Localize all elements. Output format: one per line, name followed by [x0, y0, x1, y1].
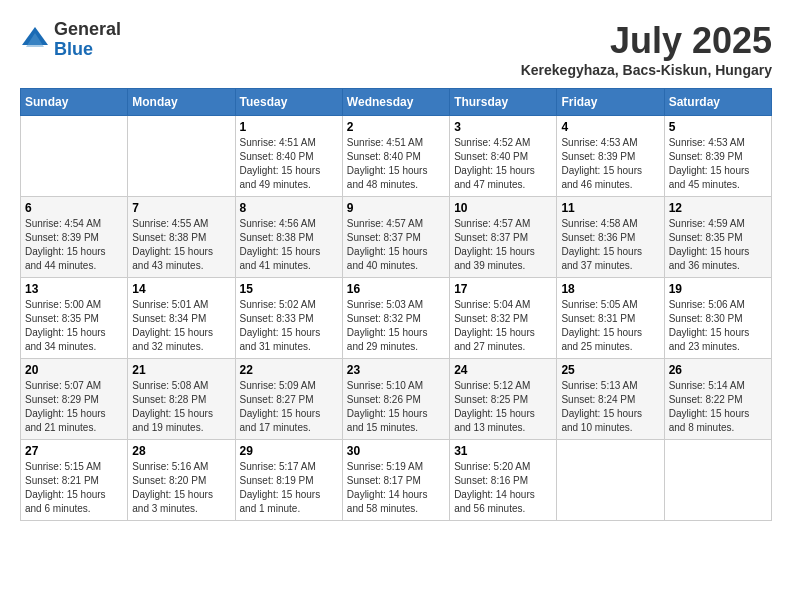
- calendar-cell: 22 Sunrise: 5:09 AMSunset: 8:27 PMDaylig…: [235, 359, 342, 440]
- day-number: 31: [454, 444, 552, 458]
- day-info: Sunrise: 4:54 AMSunset: 8:39 PMDaylight:…: [25, 217, 123, 273]
- day-info: Sunrise: 5:13 AMSunset: 8:24 PMDaylight:…: [561, 379, 659, 435]
- day-number: 1: [240, 120, 338, 134]
- week-row-2: 6 Sunrise: 4:54 AMSunset: 8:39 PMDayligh…: [21, 197, 772, 278]
- calendar-cell: [664, 440, 771, 521]
- calendar-cell: 6 Sunrise: 4:54 AMSunset: 8:39 PMDayligh…: [21, 197, 128, 278]
- day-number: 7: [132, 201, 230, 215]
- day-number: 10: [454, 201, 552, 215]
- calendar-cell: 14 Sunrise: 5:01 AMSunset: 8:34 PMDaylig…: [128, 278, 235, 359]
- page-header: General Blue July 2025 Kerekegyhaza, Bac…: [20, 20, 772, 78]
- day-header-tuesday: Tuesday: [235, 89, 342, 116]
- day-number: 24: [454, 363, 552, 377]
- day-number: 14: [132, 282, 230, 296]
- calendar-cell: [128, 116, 235, 197]
- calendar-cell: 7 Sunrise: 4:55 AMSunset: 8:38 PMDayligh…: [128, 197, 235, 278]
- day-number: 19: [669, 282, 767, 296]
- day-info: Sunrise: 5:05 AMSunset: 8:31 PMDaylight:…: [561, 298, 659, 354]
- day-number: 4: [561, 120, 659, 134]
- calendar-cell: 23 Sunrise: 5:10 AMSunset: 8:26 PMDaylig…: [342, 359, 449, 440]
- day-info: Sunrise: 4:51 AMSunset: 8:40 PMDaylight:…: [240, 136, 338, 192]
- day-header-monday: Monday: [128, 89, 235, 116]
- day-info: Sunrise: 5:08 AMSunset: 8:28 PMDaylight:…: [132, 379, 230, 435]
- calendar-body: 1 Sunrise: 4:51 AMSunset: 8:40 PMDayligh…: [21, 116, 772, 521]
- logo-blue-text: Blue: [54, 40, 121, 60]
- day-info: Sunrise: 4:53 AMSunset: 8:39 PMDaylight:…: [561, 136, 659, 192]
- day-info: Sunrise: 5:01 AMSunset: 8:34 PMDaylight:…: [132, 298, 230, 354]
- title-block: July 2025 Kerekegyhaza, Bacs-Kiskun, Hun…: [521, 20, 772, 78]
- calendar-cell: 15 Sunrise: 5:02 AMSunset: 8:33 PMDaylig…: [235, 278, 342, 359]
- day-info: Sunrise: 5:07 AMSunset: 8:29 PMDaylight:…: [25, 379, 123, 435]
- calendar-cell: 11 Sunrise: 4:58 AMSunset: 8:36 PMDaylig…: [557, 197, 664, 278]
- month-title: July 2025: [521, 20, 772, 62]
- day-info: Sunrise: 5:06 AMSunset: 8:30 PMDaylight:…: [669, 298, 767, 354]
- day-info: Sunrise: 4:57 AMSunset: 8:37 PMDaylight:…: [454, 217, 552, 273]
- calendar-cell: 25 Sunrise: 5:13 AMSunset: 8:24 PMDaylig…: [557, 359, 664, 440]
- day-info: Sunrise: 4:59 AMSunset: 8:35 PMDaylight:…: [669, 217, 767, 273]
- day-header-saturday: Saturday: [664, 89, 771, 116]
- day-info: Sunrise: 4:52 AMSunset: 8:40 PMDaylight:…: [454, 136, 552, 192]
- day-info: Sunrise: 5:16 AMSunset: 8:20 PMDaylight:…: [132, 460, 230, 516]
- week-row-3: 13 Sunrise: 5:00 AMSunset: 8:35 PMDaylig…: [21, 278, 772, 359]
- day-number: 23: [347, 363, 445, 377]
- calendar-cell: 30 Sunrise: 5:19 AMSunset: 8:17 PMDaylig…: [342, 440, 449, 521]
- day-number: 18: [561, 282, 659, 296]
- calendar-cell: 3 Sunrise: 4:52 AMSunset: 8:40 PMDayligh…: [450, 116, 557, 197]
- week-row-5: 27 Sunrise: 5:15 AMSunset: 8:21 PMDaylig…: [21, 440, 772, 521]
- calendar-cell: 21 Sunrise: 5:08 AMSunset: 8:28 PMDaylig…: [128, 359, 235, 440]
- calendar-cell: 29 Sunrise: 5:17 AMSunset: 8:19 PMDaylig…: [235, 440, 342, 521]
- day-info: Sunrise: 4:56 AMSunset: 8:38 PMDaylight:…: [240, 217, 338, 273]
- day-info: Sunrise: 5:03 AMSunset: 8:32 PMDaylight:…: [347, 298, 445, 354]
- calendar-cell: 26 Sunrise: 5:14 AMSunset: 8:22 PMDaylig…: [664, 359, 771, 440]
- day-number: 8: [240, 201, 338, 215]
- day-number: 20: [25, 363, 123, 377]
- day-number: 3: [454, 120, 552, 134]
- logo: General Blue: [20, 20, 121, 60]
- day-number: 11: [561, 201, 659, 215]
- day-number: 12: [669, 201, 767, 215]
- day-number: 5: [669, 120, 767, 134]
- day-info: Sunrise: 4:58 AMSunset: 8:36 PMDaylight:…: [561, 217, 659, 273]
- calendar-cell: 2 Sunrise: 4:51 AMSunset: 8:40 PMDayligh…: [342, 116, 449, 197]
- calendar-cell: 19 Sunrise: 5:06 AMSunset: 8:30 PMDaylig…: [664, 278, 771, 359]
- calendar-cell: 4 Sunrise: 4:53 AMSunset: 8:39 PMDayligh…: [557, 116, 664, 197]
- day-info: Sunrise: 5:00 AMSunset: 8:35 PMDaylight:…: [25, 298, 123, 354]
- day-number: 22: [240, 363, 338, 377]
- day-number: 15: [240, 282, 338, 296]
- day-number: 17: [454, 282, 552, 296]
- calendar-cell: 16 Sunrise: 5:03 AMSunset: 8:32 PMDaylig…: [342, 278, 449, 359]
- day-number: 6: [25, 201, 123, 215]
- day-number: 2: [347, 120, 445, 134]
- calendar-table: SundayMondayTuesdayWednesdayThursdayFrid…: [20, 88, 772, 521]
- calendar-cell: 9 Sunrise: 4:57 AMSunset: 8:37 PMDayligh…: [342, 197, 449, 278]
- calendar-cell: 28 Sunrise: 5:16 AMSunset: 8:20 PMDaylig…: [128, 440, 235, 521]
- logo-icon: [20, 25, 50, 55]
- location: Kerekegyhaza, Bacs-Kiskun, Hungary: [521, 62, 772, 78]
- day-info: Sunrise: 5:17 AMSunset: 8:19 PMDaylight:…: [240, 460, 338, 516]
- calendar-cell: 24 Sunrise: 5:12 AMSunset: 8:25 PMDaylig…: [450, 359, 557, 440]
- calendar-header: SundayMondayTuesdayWednesdayThursdayFrid…: [21, 89, 772, 116]
- day-header-sunday: Sunday: [21, 89, 128, 116]
- calendar-cell: 17 Sunrise: 5:04 AMSunset: 8:32 PMDaylig…: [450, 278, 557, 359]
- day-number: 16: [347, 282, 445, 296]
- calendar-cell: [21, 116, 128, 197]
- day-number: 30: [347, 444, 445, 458]
- logo-text: General Blue: [54, 20, 121, 60]
- calendar-cell: 5 Sunrise: 4:53 AMSunset: 8:39 PMDayligh…: [664, 116, 771, 197]
- calendar-cell: 13 Sunrise: 5:00 AMSunset: 8:35 PMDaylig…: [21, 278, 128, 359]
- day-number: 29: [240, 444, 338, 458]
- day-header-thursday: Thursday: [450, 89, 557, 116]
- day-info: Sunrise: 5:04 AMSunset: 8:32 PMDaylight:…: [454, 298, 552, 354]
- week-row-4: 20 Sunrise: 5:07 AMSunset: 8:29 PMDaylig…: [21, 359, 772, 440]
- day-info: Sunrise: 5:14 AMSunset: 8:22 PMDaylight:…: [669, 379, 767, 435]
- week-row-1: 1 Sunrise: 4:51 AMSunset: 8:40 PMDayligh…: [21, 116, 772, 197]
- day-info: Sunrise: 5:02 AMSunset: 8:33 PMDaylight:…: [240, 298, 338, 354]
- day-info: Sunrise: 5:12 AMSunset: 8:25 PMDaylight:…: [454, 379, 552, 435]
- day-number: 26: [669, 363, 767, 377]
- day-info: Sunrise: 5:09 AMSunset: 8:27 PMDaylight:…: [240, 379, 338, 435]
- calendar-cell: 31 Sunrise: 5:20 AMSunset: 8:16 PMDaylig…: [450, 440, 557, 521]
- day-info: Sunrise: 4:53 AMSunset: 8:39 PMDaylight:…: [669, 136, 767, 192]
- day-info: Sunrise: 4:51 AMSunset: 8:40 PMDaylight:…: [347, 136, 445, 192]
- calendar-cell: 10 Sunrise: 4:57 AMSunset: 8:37 PMDaylig…: [450, 197, 557, 278]
- day-info: Sunrise: 5:10 AMSunset: 8:26 PMDaylight:…: [347, 379, 445, 435]
